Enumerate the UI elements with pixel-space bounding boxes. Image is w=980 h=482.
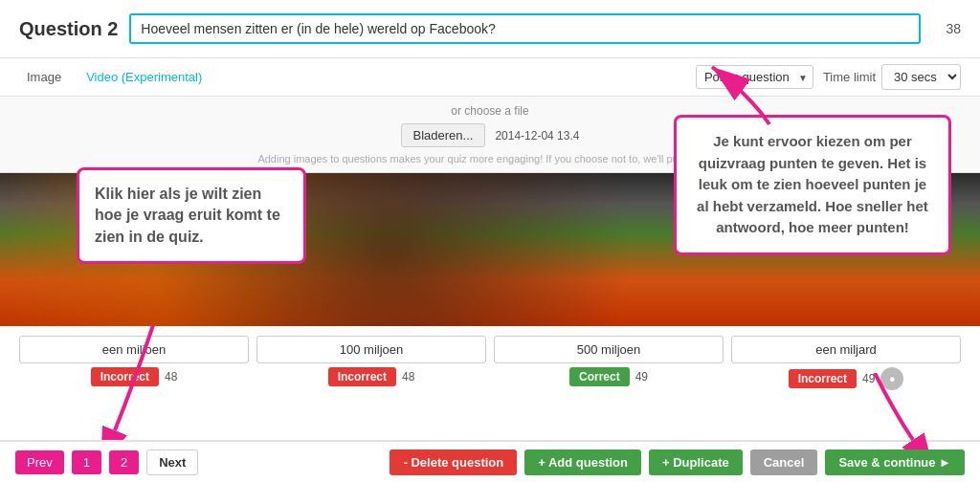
tab-row: Image Video (Experimental) Points questi… (0, 58, 980, 97)
question-input[interactable] (129, 13, 921, 44)
question-title: Question 2 (19, 18, 118, 40)
answers-section: een miljoen Incorrect 48 100 miljoen Inc… (0, 326, 980, 400)
save-button[interactable]: Save & continue ► (825, 449, 965, 475)
answer-card-2: 100 miljoen Incorrect 48 (256, 336, 486, 386)
answer-text-3: 500 miljoen (494, 336, 724, 363)
answer-score-1: 48 (165, 370, 177, 383)
next-button[interactable]: Next (146, 449, 198, 475)
time-limit-label: Time limit (823, 70, 876, 84)
page2-button[interactable]: 2 (109, 450, 139, 474)
add-question-button[interactable]: + Add question (524, 449, 641, 475)
answer-bottom-1: Incorrect 48 (19, 367, 249, 386)
tooltip-right: Je kunt ervoor kiezen om per quizvraag p… (674, 115, 951, 255)
badge-correct-3: Correct (569, 367, 630, 386)
file-label: or choose a file (451, 104, 528, 118)
answer-text-2: 100 miljoen (256, 336, 486, 363)
answer-score-2: 48 (402, 370, 414, 383)
answer-circle-4: ● (880, 367, 903, 390)
answer-bottom-3: Correct 49 (494, 367, 724, 386)
cancel-button[interactable]: Cancel (750, 449, 818, 475)
answer-card-1: een miljoen Incorrect 48 (19, 336, 249, 386)
main-container: Question 2 38 Image Video (Experimental)… (0, 0, 980, 482)
answer-text-4: een miljard (731, 336, 961, 363)
tooltip-left-text: Klik hier als je wilt zien hoe je vraag … (95, 186, 280, 245)
badge-incorrect-1: Incorrect (91, 367, 159, 386)
duplicate-button[interactable]: + Duplicate (649, 449, 743, 475)
answer-bottom-4: Incorrect 49 ● (731, 367, 961, 390)
answer-card-3: 500 miljoen Correct 49 (494, 336, 724, 386)
tab-image[interactable]: Image (19, 66, 69, 88)
time-limit-select[interactable]: 30 secs (881, 64, 961, 90)
prev-button[interactable]: Prev (15, 450, 64, 474)
tab-video[interactable]: Video (Experimental) (78, 66, 210, 88)
file-name: 2014-12-04 13.4 (495, 129, 579, 142)
question-count: 38 (932, 21, 961, 36)
points-select[interactable]: Points question (696, 65, 813, 89)
tooltip-right-text: Je kunt ervoor kiezen om per quizvraag p… (697, 133, 928, 235)
answer-score-3: 49 (635, 370, 648, 383)
page1-button[interactable]: 1 (72, 450, 101, 474)
tooltip-left: Klik hier als je wilt zien hoe je vraag … (77, 167, 306, 264)
answers-row: een miljoen Incorrect 48 100 miljoen Inc… (19, 336, 961, 390)
answer-text-1: een miljoen (19, 336, 249, 363)
answer-score-4: 49 (862, 372, 875, 385)
points-select-wrap: Points question ▼ (696, 65, 813, 89)
delete-question-button[interactable]: - Delete question (390, 449, 517, 475)
file-hint: Adding images to questions makes your qu… (257, 153, 722, 164)
question-header: Question 2 38 (0, 0, 980, 58)
answer-card-4: een miljard Incorrect 49 ● (731, 336, 961, 390)
time-limit-wrap: Time limit 30 secs (823, 64, 961, 90)
answer-bottom-2: Incorrect 48 (256, 367, 486, 386)
badge-incorrect-4: Incorrect (789, 369, 857, 388)
badge-incorrect-2: Incorrect (328, 367, 396, 386)
browse-button[interactable]: Bladeren... (401, 123, 486, 147)
file-row: Bladeren... 2014-12-04 13.4 (401, 123, 580, 147)
bottom-toolbar: Prev 1 2 Next - Delete question + Add qu… (0, 440, 980, 482)
